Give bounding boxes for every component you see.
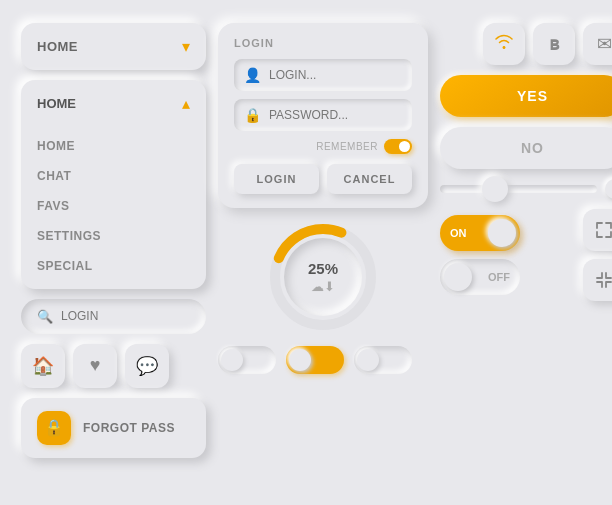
- on-off-expand-row: ON OFF: [440, 209, 612, 301]
- dropdown-open-header[interactable]: HOME ▴: [21, 80, 206, 127]
- bluetooth-icon: ʙ: [549, 33, 559, 55]
- toggle-off-1[interactable]: [218, 346, 276, 374]
- progress-area: 25% ☁⬇: [218, 218, 428, 336]
- remember-toggle[interactable]: [384, 139, 412, 154]
- menu-item-home[interactable]: HOME: [21, 131, 206, 161]
- remember-row: REMEMBER: [234, 139, 412, 154]
- progress-inner: 25% ☁⬇: [284, 238, 362, 316]
- menu-items: HOME CHAT FAVS SETTINGS SPECIAL: [21, 127, 206, 289]
- toggle-off-knob: [444, 263, 472, 291]
- form-title: LOGIN: [234, 37, 412, 49]
- search-bar[interactable]: 🔍: [21, 299, 206, 334]
- menu-item-chat[interactable]: CHAT: [21, 161, 206, 191]
- toggle-orange-mid[interactable]: [286, 346, 344, 374]
- menu-item-favs[interactable]: FAVS: [21, 191, 206, 221]
- yes-button[interactable]: YES: [440, 75, 612, 117]
- left-column: HOME ▾ HOME ▴ HOME CHAT FAVS SETTINGS SP…: [21, 23, 206, 483]
- favorites-button[interactable]: ♥: [73, 344, 117, 388]
- slider-end-dot: [605, 179, 612, 199]
- menu-item-special[interactable]: SPECIAL: [21, 251, 206, 281]
- toggle-knob-3: [357, 349, 379, 371]
- no-button[interactable]: NO: [440, 127, 612, 169]
- chevron-up-icon: ▴: [182, 94, 190, 113]
- search-input[interactable]: [61, 309, 190, 323]
- on-off-toggles: ON OFF: [440, 215, 575, 295]
- mail-icon: ✉: [597, 33, 612, 55]
- lock-icon: 🔒: [244, 107, 261, 123]
- login-button[interactable]: LOGIN: [234, 164, 319, 194]
- remember-label: REMEMBER: [316, 141, 378, 152]
- progress-circle-wrapper: 25% ☁⬇: [268, 222, 378, 332]
- slider-area: [440, 179, 612, 199]
- wifi-button[interactable]: [483, 23, 525, 65]
- search-icon: 🔍: [37, 309, 53, 324]
- bottom-toggles-row: [218, 346, 428, 374]
- menu-item-settings[interactable]: SETTINGS: [21, 221, 206, 251]
- lock-badge: 🔒: [37, 411, 71, 445]
- cancel-button[interactable]: CANCEL: [327, 164, 412, 194]
- dropdown-open-label: HOME: [37, 96, 76, 111]
- home-icon: 🏠: [32, 355, 54, 377]
- heart-icon: ♥: [90, 355, 101, 376]
- cloud-download-icon: ☁⬇: [311, 279, 335, 294]
- slider-track[interactable]: [440, 185, 597, 193]
- off-label: OFF: [488, 271, 510, 283]
- dropdown-closed[interactable]: HOME ▾: [21, 23, 206, 70]
- dropdown-closed-label: HOME: [37, 39, 78, 54]
- expand-compress-buttons: [583, 209, 612, 301]
- form-buttons: LOGIN CANCEL: [234, 164, 412, 194]
- home-button[interactable]: 🏠: [21, 344, 65, 388]
- forgot-pass-label: FORGOT PASS: [83, 421, 175, 435]
- mail-button[interactable]: ✉: [583, 23, 612, 65]
- slider-knob[interactable]: [482, 176, 508, 202]
- toggle-off-2[interactable]: [354, 346, 412, 374]
- progress-percent: 25%: [308, 260, 338, 277]
- password-input-row[interactable]: 🔒: [234, 99, 412, 131]
- chat-button[interactable]: 💬: [125, 344, 169, 388]
- on-label: ON: [450, 227, 467, 239]
- password-input[interactable]: [269, 108, 402, 122]
- username-input[interactable]: [269, 68, 402, 82]
- compress-button[interactable]: [583, 259, 612, 301]
- expand-button[interactable]: [583, 209, 612, 251]
- right-column: ʙ ✉ YES NO ON: [440, 23, 612, 483]
- icon-buttons-row: 🏠 ♥ 💬: [21, 344, 206, 388]
- username-input-row[interactable]: 👤: [234, 59, 412, 91]
- bluetooth-button[interactable]: ʙ: [533, 23, 575, 65]
- toggle-off[interactable]: OFF: [440, 259, 520, 295]
- toggle-knob-1: [221, 349, 243, 371]
- user-icon: 👤: [244, 67, 261, 83]
- toggle-knob-2: [289, 349, 311, 371]
- login-form: LOGIN 👤 🔒 REMEMBER LOGIN CANCEL: [218, 23, 428, 208]
- toggle-on-knob: [488, 219, 516, 247]
- compress-icon: [595, 271, 612, 289]
- expand-icon: [595, 221, 612, 239]
- chevron-down-icon: ▾: [182, 37, 190, 56]
- mid-column: LOGIN 👤 🔒 REMEMBER LOGIN CANCEL: [218, 23, 428, 483]
- forgot-pass-button[interactable]: 🔒 FORGOT PASS: [21, 398, 206, 458]
- dropdown-open: HOME ▴ HOME CHAT FAVS SETTINGS SPECIAL: [21, 80, 206, 289]
- lock-icon: 🔒: [44, 418, 64, 437]
- top-icons: ʙ ✉: [440, 23, 612, 65]
- chat-icon: 💬: [136, 355, 158, 377]
- toggle-knob: [399, 141, 410, 152]
- wifi-icon: [493, 32, 515, 55]
- toggle-on[interactable]: ON: [440, 215, 520, 251]
